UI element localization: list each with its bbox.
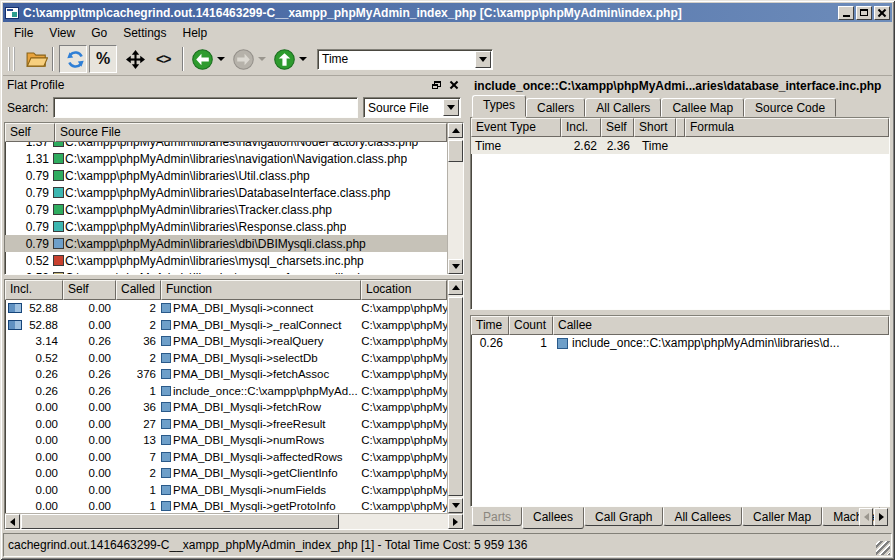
dock-float-button[interactable] [429, 78, 444, 92]
scroll-down-button[interactable] [448, 259, 463, 274]
open-file-button[interactable] [19, 45, 47, 73]
forward-dropdown-icon[interactable] [258, 57, 266, 61]
function-icon [161, 320, 171, 330]
list-item[interactable]: 0.52 C:\xampp\phpMyAdmin\libraries\mysql… [5, 252, 447, 269]
list-item-selected[interactable]: 0.79 C:\xampp\phpMyAdmin\libraries\dbi\D… [5, 235, 447, 252]
tab-scroll-right-button[interactable] [874, 508, 888, 526]
list-item[interactable]: 0.79 C:\xampp\phpMyAdmin\libraries\Datab… [5, 184, 447, 201]
tab-callees[interactable]: Callees [522, 507, 584, 529]
scroll-up-button[interactable] [448, 123, 463, 138]
column-header-function[interactable]: Function [161, 280, 361, 300]
horizontal-scrollbar[interactable] [5, 513, 463, 529]
table-row[interactable]: 0.26 0.26 1 include_once::C:\xampp\phpMy… [5, 383, 447, 400]
list-item[interactable]: 0.79 C:\xampp\phpMyAdmin\libraries\Track… [5, 201, 447, 218]
table-row[interactable]: 0.00 0.00 1 PMA_DBI_Mysqli->numFields C:… [5, 482, 447, 499]
tab-source-code[interactable]: Source Code [744, 98, 836, 117]
menu-go[interactable]: Go [84, 24, 114, 42]
list-item[interactable]: 1.31 C:\xampp\phpMyAdmin\libraries\navig… [5, 150, 447, 167]
column-header-count[interactable]: Count [509, 316, 553, 335]
reload-button[interactable] [59, 45, 87, 73]
maximize-button[interactable] [856, 6, 872, 20]
tab-caller-map[interactable]: Caller Map [742, 507, 822, 526]
scroll-right-button[interactable] [448, 514, 463, 529]
list-item[interactable]: 0.79 C:\xampp\phpMyAdmin\libraries\Util.… [5, 167, 447, 184]
table-row[interactable]: 0.00 0.00 2 PMA_DBI_Mysqli->getClientInf… [5, 465, 447, 482]
maximize-icon [860, 9, 868, 16]
resize-grip[interactable] [876, 541, 890, 555]
tab-callee-map[interactable]: Callee Map [661, 98, 744, 117]
tab-all-callers[interactable]: All Callers [585, 98, 661, 117]
table-row[interactable]: 0.00 0.00 36 PMA_DBI_Mysqli->fetchRow C:… [5, 399, 447, 416]
back-dropdown-icon[interactable] [217, 57, 225, 61]
column-header-spacer[interactable] [676, 118, 685, 137]
column-header-self[interactable]: Self [5, 123, 55, 142]
list-item[interactable]: 1.37 C:\xampp\phpMyAdmin\libraries\navig… [5, 142, 447, 150]
menu-help[interactable]: Help [176, 24, 215, 42]
app-icon [5, 7, 19, 19]
back-icon [192, 49, 213, 70]
tab-all-callees[interactable]: All Callees [663, 507, 742, 526]
event-type-value: Time [318, 52, 474, 66]
table-row[interactable]: 0.00 0.00 27 PMA_DBI_Mysqli->freeResult … [5, 416, 447, 433]
tab-callers[interactable]: Callers [526, 98, 585, 117]
table-row[interactable]: 0.52 0.00 2 PMA_DBI_Mysqli->selectDb C:\… [5, 350, 447, 367]
table-row[interactable]: 3.14 0.26 36 PMA_DBI_Mysqli->realQuery C… [5, 333, 447, 350]
list-item[interactable]: 0.79 C:\xampp\phpMyAdmin\libraries\Respo… [5, 218, 447, 235]
group-by-combobox[interactable]: Source File [363, 97, 461, 118]
vertical-scrollbar[interactable] [447, 123, 463, 274]
toolbar-drag-handle[interactable] [8, 47, 15, 71]
event-type-combobox[interactable]: Time [317, 49, 493, 70]
table-row[interactable]: Time 2.62 2.36 Time [471, 137, 889, 154]
menu-file[interactable]: File [7, 24, 40, 42]
column-header-time[interactable]: Time [471, 316, 509, 335]
column-header-callee[interactable]: Callee [553, 316, 889, 335]
tab-types[interactable]: Types [472, 95, 526, 117]
title-bar[interactable]: C:\xampp\tmp\cachegrind.out.1416463299-C… [3, 3, 892, 22]
column-header-called[interactable]: Called [116, 280, 161, 300]
vertical-scrollbar[interactable] [447, 280, 463, 513]
expand-arrows-button[interactable] [119, 45, 147, 73]
column-header-incl[interactable]: Incl. [5, 280, 63, 300]
combobox-arrow-button[interactable] [443, 99, 459, 116]
list-item[interactable]: 0.52 C:\xampp\phpMyAdmin\libraries\user_… [5, 269, 447, 274]
up-dropdown-icon[interactable] [299, 57, 307, 61]
scrollbar-thumb[interactable] [448, 297, 463, 496]
scroll-left-button[interactable] [5, 514, 20, 529]
scrollbar-thumb[interactable] [448, 140, 463, 162]
tab-scroll-left-button[interactable] [859, 508, 873, 526]
column-header-incl[interactable]: Incl. [561, 118, 601, 137]
forward-button[interactable] [231, 47, 268, 72]
scroll-up-button[interactable] [448, 280, 463, 295]
column-header-source-file[interactable]: Source File [55, 123, 447, 142]
table-row[interactable]: 52.88 0.00 2 PMA_DBI_Mysqli->_realConnec… [5, 317, 447, 334]
triangle-left-icon [864, 513, 869, 521]
up-button[interactable] [272, 47, 309, 72]
scroll-down-button[interactable] [448, 498, 463, 513]
triangle-down-icon [452, 264, 460, 269]
column-header-location[interactable]: Location [361, 280, 447, 300]
column-header-self[interactable]: Self [601, 118, 634, 137]
tab-call-graph[interactable]: Call Graph [584, 507, 663, 526]
percent-toggle-button[interactable]: % [89, 45, 117, 73]
table-row[interactable]: 0.00 0.00 7 PMA_DBI_Mysqli->affectedRows… [5, 449, 447, 466]
menu-settings[interactable]: Settings [116, 24, 173, 42]
column-header-event-type[interactable]: Event Type [471, 118, 561, 137]
minimize-button[interactable] [838, 6, 854, 20]
column-header-self[interactable]: Self [63, 280, 116, 300]
back-button[interactable] [190, 47, 227, 72]
menu-view[interactable]: View [42, 24, 82, 42]
column-header-short[interactable]: Short [634, 118, 676, 137]
search-input[interactable] [53, 97, 358, 118]
table-row[interactable]: 0.26 1 include_once::C:\xampp\phpMyAdmin… [471, 335, 889, 352]
table-row[interactable]: 0.26 0.26 376 PMA_DBI_Mysqli->fetchAssoc… [5, 366, 447, 383]
table-row[interactable]: 52.88 0.00 2 PMA_DBI_Mysqli->connect C:\… [5, 300, 447, 317]
close-button[interactable] [874, 6, 890, 20]
dock-title-bar[interactable]: Flat Profile [3, 76, 465, 93]
table-row[interactable]: 0.00 0.00 1 PMA_DBI_Mysqli->getProtoInfo… [5, 498, 447, 513]
detail-cycle-button[interactable]: <> [149, 45, 177, 73]
combobox-arrow-button[interactable] [475, 51, 491, 68]
scrollbar-thumb[interactable] [21, 514, 339, 529]
dock-close-button[interactable] [446, 78, 461, 92]
column-header-formula[interactable]: Formula [685, 118, 889, 137]
table-row[interactable]: 0.00 0.00 13 PMA_DBI_Mysqli->numRows C:\… [5, 432, 447, 449]
